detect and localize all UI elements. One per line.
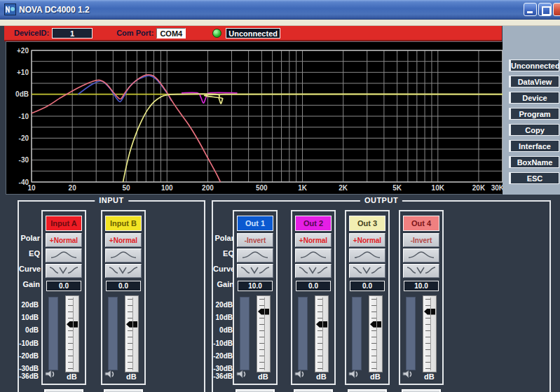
side-button-copy[interactable]: Copy (509, 124, 559, 136)
device-id-value[interactable]: 1 (52, 28, 93, 38)
scale-label: -10dB (19, 340, 39, 347)
fader-handle[interactable] (67, 321, 78, 328)
fader-track[interactable] (369, 295, 383, 372)
fader-track[interactable] (423, 295, 437, 372)
eq-button[interactable] (349, 248, 385, 262)
channel-header[interactable]: Out 4 (403, 216, 439, 231)
curve-button[interactable] (295, 264, 332, 278)
maximize-button[interactable] (538, 3, 552, 16)
svg-text:10: 10 (27, 184, 36, 192)
gain-value[interactable]: 0.0 (350, 281, 385, 291)
curve-button[interactable] (105, 264, 142, 278)
fader-handle[interactable] (316, 321, 327, 328)
response-plot: +20+100dB-10-20-30-401020501002005001K2K… (6, 42, 503, 194)
channel-header[interactable]: Input B (105, 216, 142, 231)
fader-handle[interactable] (370, 321, 381, 328)
svg-text:30K: 30K (491, 184, 503, 192)
svg-text:50: 50 (123, 184, 131, 192)
svg-text:-30: -30 (19, 156, 29, 164)
channel-header[interactable]: Out 1 (237, 216, 273, 231)
side-button-program[interactable]: Program (509, 108, 559, 120)
side-button-boxname[interactable]: BoxName (509, 156, 559, 168)
row-label-polar: Polar (19, 234, 40, 242)
svg-text:+10: +10 (17, 69, 29, 76)
fader-handle[interactable] (126, 321, 137, 328)
side-panel: UnconnectedDataViewDeviceProgramCopyInte… (503, 26, 560, 195)
speaker-icon[interactable] (294, 369, 306, 382)
channel-bottom-button[interactable] (235, 389, 275, 392)
device-id-label: DeviceID: (14, 29, 49, 37)
channel-header[interactable]: Out 3 (349, 216, 385, 231)
minimize-button[interactable] (524, 3, 537, 16)
frequency-response-graph[interactable]: +20+100dB-10-20-30-401020501002005001K2K… (6, 41, 502, 195)
polar-button[interactable]: -Invert (237, 233, 273, 247)
fader-track[interactable] (65, 295, 79, 372)
close-button[interactable] (553, 3, 560, 16)
side-button-unconnected[interactable]: Unconnected (509, 59, 559, 71)
curve-button[interactable] (46, 264, 82, 278)
scale-label: -10dB (213, 340, 233, 347)
eq-button[interactable] (295, 248, 332, 262)
curve-button[interactable] (237, 264, 273, 278)
channel-header[interactable]: Out 2 (295, 216, 332, 231)
channel-bottom-button[interactable] (44, 389, 83, 392)
channel-header[interactable]: Input A (46, 216, 82, 231)
window-controls (524, 3, 557, 16)
polar-button[interactable]: +Normal (46, 233, 82, 247)
side-button-esc[interactable]: ESC (509, 172, 559, 184)
channel-strip-out-3: Out 3+Normal0.0dB (345, 210, 390, 385)
row-label-gain: Gain (213, 280, 234, 288)
fader-track[interactable] (125, 295, 139, 372)
fader-handle[interactable] (424, 309, 435, 315)
side-button-dataview[interactable]: DataView (509, 76, 559, 88)
eq-button[interactable] (237, 248, 273, 262)
strip-bottom: dB (43, 370, 85, 382)
channel-strip-out-1: Out 1-Invert10.0dB (233, 210, 278, 385)
channel-strip-input-b: Input B+Normal0.0dB (101, 210, 146, 385)
eq-curve-icon (109, 253, 137, 261)
fader-track[interactable] (257, 295, 271, 372)
channel-bottom-button[interactable] (104, 389, 143, 392)
gain-value[interactable]: 0.0 (46, 281, 81, 291)
level-meter (352, 297, 362, 370)
input-group: INPUT PolarEQCurveGain20dB10dB0dB-10dB-2… (18, 200, 205, 392)
titlebar[interactable]: NOVA DC4000 1.2 (0, 0, 560, 20)
db-unit-label: dB (126, 372, 137, 381)
scale-label: -30dB (213, 365, 233, 372)
polar-button[interactable]: +Normal (105, 233, 142, 247)
speaker-icon[interactable] (236, 369, 248, 382)
curve-button[interactable] (349, 264, 385, 278)
scale-label: -30dB (19, 365, 39, 372)
gain-value[interactable]: 0.0 (296, 281, 331, 291)
eq-button[interactable] (46, 248, 82, 262)
speaker-icon[interactable] (348, 369, 360, 382)
gain-value[interactable]: 0.0 (106, 281, 141, 291)
speaker-icon[interactable] (45, 369, 57, 382)
side-button-interface[interactable]: Interface (509, 140, 559, 152)
channel-bottom-button[interactable] (294, 389, 333, 392)
eq-button[interactable] (403, 248, 439, 262)
polar-button[interactable]: +Normal (349, 233, 385, 247)
svg-text:+20: +20 (17, 47, 29, 55)
side-button-device[interactable]: Device (509, 92, 559, 104)
eq-button[interactable] (105, 248, 142, 262)
speaker-icon[interactable] (402, 369, 414, 382)
fader (400, 295, 442, 372)
polar-button[interactable]: -Invert (403, 233, 439, 247)
gain-value[interactable]: 10.0 (404, 281, 439, 291)
channel-bottom-button[interactable] (402, 389, 441, 392)
curve-button[interactable] (403, 264, 439, 278)
gain-value[interactable]: 10.0 (238, 281, 273, 291)
speaker-icon[interactable] (104, 369, 116, 382)
svg-text:5K: 5K (392, 184, 402, 192)
crossover-curve-icon (298, 269, 329, 276)
db-unit-label: dB (370, 372, 381, 381)
com-port-value[interactable]: COM4 (156, 28, 186, 38)
polar-button[interactable]: +Normal (295, 233, 332, 247)
channel-bottom-button[interactable] (348, 389, 387, 392)
fader-track[interactable] (315, 295, 329, 372)
row-label-curve: Curve (19, 265, 40, 273)
db-unit-label: dB (258, 372, 268, 381)
fader-handle[interactable] (258, 309, 269, 315)
level-meter (406, 297, 416, 370)
